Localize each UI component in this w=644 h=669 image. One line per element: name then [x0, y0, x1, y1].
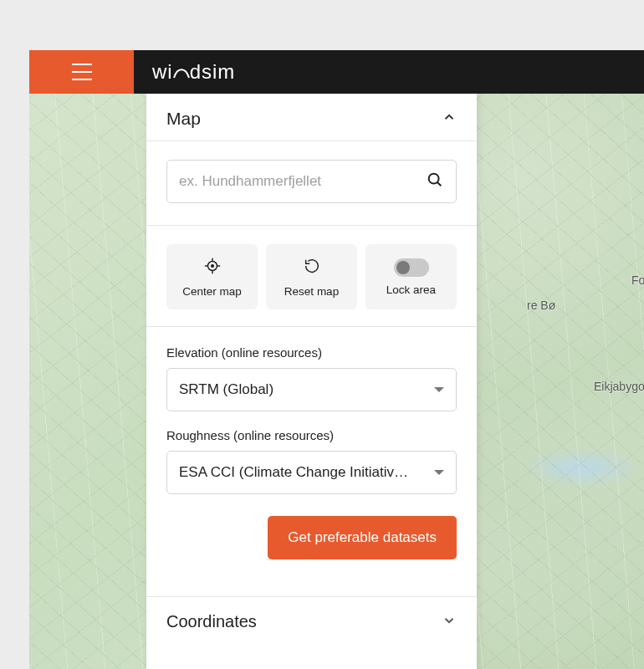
- button-label: Lock area: [386, 283, 436, 296]
- svg-point-16: [211, 264, 213, 267]
- caret-down-icon: [434, 470, 444, 475]
- caret-down-icon: [434, 387, 444, 392]
- elevation-label: Elevation (online resources): [166, 345, 457, 360]
- map-panel: Map: [146, 94, 477, 669]
- reset-map-button[interactable]: Reset map: [266, 244, 357, 309]
- brand-logo: widsim: [134, 60, 644, 84]
- section-title: Coordinates: [166, 612, 257, 631]
- roughness-label: Roughness (online resources): [166, 428, 457, 442]
- search-field[interactable]: [166, 160, 457, 203]
- chevron-down-icon: [442, 613, 457, 631]
- divider: [146, 326, 477, 327]
- top-header: widsim: [29, 50, 644, 94]
- button-label: Reset map: [284, 285, 339, 298]
- lock-area-toggle[interactable]: Lock area: [365, 244, 457, 309]
- select-value: ESA CCI (Climate Change Initiative…: [179, 464, 413, 481]
- svg-point-13: [429, 174, 439, 184]
- center-map-button[interactable]: Center map: [166, 244, 258, 309]
- undo-icon: [303, 257, 321, 278]
- crosshair-icon: [203, 257, 222, 278]
- toggle-switch-icon: [394, 258, 429, 277]
- svg-line-14: [437, 182, 441, 186]
- chevron-up-icon[interactable]: [442, 110, 457, 128]
- map-place-label: Fo: [631, 273, 644, 287]
- button-label: Center map: [182, 285, 242, 298]
- map-place-label: Eikjabygo: [594, 380, 644, 393]
- divider: [146, 225, 477, 226]
- get-datasets-button[interactable]: Get preferable datasets: [268, 516, 457, 559]
- button-label: Get preferable datasets: [288, 529, 437, 546]
- coordinates-section-header[interactable]: Coordinates: [146, 596, 477, 646]
- search-icon[interactable]: [426, 171, 444, 192]
- search-input[interactable]: [179, 173, 426, 190]
- roughness-select[interactable]: ESA CCI (Climate Change Initiative…: [166, 451, 457, 494]
- select-value: SRTM (Global): [179, 381, 273, 398]
- elevation-select[interactable]: SRTM (Global): [166, 368, 457, 411]
- menu-button[interactable]: [29, 50, 134, 94]
- map-place-label: re Bø: [527, 299, 555, 312]
- panel-title: Map: [166, 109, 201, 129]
